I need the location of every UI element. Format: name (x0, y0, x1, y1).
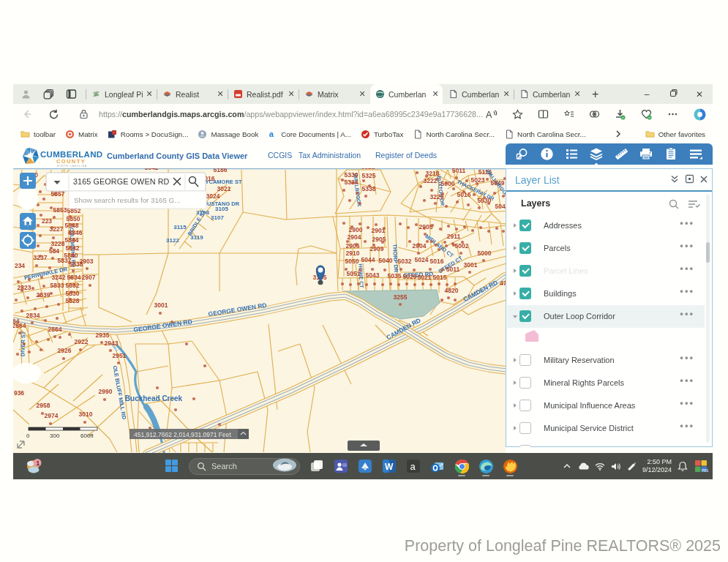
bookmark-item-1[interactable]: Matrix (65, 130, 98, 139)
widget-report-clipboard-icon[interactable] (664, 147, 678, 161)
outlook-icon[interactable] (430, 459, 445, 473)
panel-scrollbar-thumb[interactable] (706, 242, 710, 263)
widget-layers-icon[interactable] (589, 147, 604, 161)
tab-close-icon[interactable]: ✕ (503, 89, 510, 99)
url-text[interactable]: https://cumberlandgis.maps.arcgis.com/ap… (99, 110, 483, 119)
layer-checkbox[interactable] (519, 354, 531, 366)
layer-checkbox[interactable] (519, 265, 531, 277)
layer-row-municipal-service-district[interactable]: Municipal Service District••• (507, 417, 705, 440)
other-favorites-button[interactable]: Other favorites (645, 130, 705, 139)
layer-checkbox[interactable] (519, 220, 531, 231)
edge-icon[interactable] (479, 459, 493, 473)
attribute-table-tab[interactable] (348, 441, 380, 451)
taskview-copilot-icon[interactable] (309, 459, 324, 473)
read-aloud-icon[interactable]: A (485, 109, 498, 120)
browser-tab-matrix-3[interactable]: Matrix✕ (299, 84, 369, 104)
back-button[interactable] (22, 109, 32, 119)
tab-close-icon[interactable]: ✕ (432, 89, 439, 99)
pen-icon[interactable] (626, 462, 637, 471)
tab-close-icon[interactable]: ✕ (574, 89, 581, 99)
layer-row-military-reservation[interactable]: Military Reservation••• (507, 349, 705, 372)
search-input-value[interactable]: 3165 GEORGE OWEN RD (73, 177, 170, 186)
browser-tab-cumberlan-4[interactable]: Cumberlan✕ (370, 84, 443, 104)
layer-options-dots[interactable]: ••• (680, 308, 694, 319)
window-close-button[interactable]: ✕ (686, 89, 713, 100)
coordinates-widget[interactable]: 451,912.7662 2,014,931.0971 Feet (130, 429, 249, 439)
new-tab-button[interactable]: + (592, 88, 598, 101)
browser-tab-realist-pdf-2[interactable]: Realist.pdf✕ (228, 84, 299, 104)
expand-arrow-icon[interactable] (514, 403, 517, 408)
layer-row-parcels[interactable]: Parcels••• (507, 237, 705, 260)
widget-menu-icon[interactable] (688, 147, 703, 161)
notification-bell-icon[interactable] (678, 461, 688, 471)
tab-groups-icon[interactable] (43, 89, 54, 100)
layer-options-dots[interactable]: ••• (680, 420, 694, 431)
layer-row-municipal-influence-areas[interactable]: Municipal Influence Areas••• (507, 394, 705, 417)
widgets-weather-icon[interactable]: 1 (24, 457, 43, 476)
onedrive-cloud-icon[interactable] (577, 462, 589, 471)
browser-tab-longleaf-pi-0[interactable]: Longleaf Pi✕ (86, 84, 157, 104)
expand-arrow-icon[interactable] (514, 358, 517, 362)
bookmark-item-0[interactable]: toolbar (20, 130, 56, 139)
layers-search-icon[interactable] (668, 198, 680, 210)
tab-close-icon[interactable]: ✕ (217, 89, 224, 99)
layer-options-dots[interactable]: ••• (680, 285, 694, 296)
expand-arrow-icon[interactable] (514, 246, 517, 250)
layer-checkbox[interactable] (519, 310, 531, 322)
layer-options-dots[interactable]: ••• (680, 217, 694, 228)
site-security-icon[interactable] (79, 109, 89, 119)
locate-button[interactable] (20, 232, 36, 249)
store-app-icon[interactable] (358, 459, 372, 473)
word-icon[interactable]: W (382, 459, 397, 473)
expand-arrow-icon[interactable] (514, 381, 517, 385)
layer-options-dots[interactable]: ••• (680, 240, 694, 251)
layer-checkbox[interactable] (519, 288, 531, 299)
widget-identify-search-icon[interactable] (515, 147, 529, 161)
layer-row-outer-loop-corridor[interactable]: Outer Loop Corridor••• (507, 305, 705, 328)
sidebar-toggle-icon[interactable] (66, 89, 77, 100)
window-maximize-button[interactable] (660, 89, 686, 100)
chrome-icon[interactable] (454, 459, 469, 473)
start-button[interactable] (165, 459, 179, 473)
browser-tab-cumberlan-5[interactable]: Cumberlan✕ (443, 84, 514, 104)
prs-colors-icon[interactable]: PRS (694, 459, 708, 473)
layer-row-buildings[interactable]: Buildings••• (507, 282, 705, 305)
panel-scrollbar[interactable] (706, 194, 710, 443)
split-screen-icon[interactable] (538, 109, 549, 119)
layer-row-parcel-lines[interactable]: Parcel Lines••• (507, 260, 705, 282)
layer-options-dots[interactable]: ••• (680, 397, 694, 408)
browser-essentials-icon[interactable] (641, 109, 653, 120)
layer-checkbox[interactable] (519, 422, 531, 434)
home-button[interactable] (20, 213, 36, 230)
bookmark-item-2[interactable]: Rooms > DocuSign... (108, 130, 189, 139)
bookmark-item-6[interactable]: North Carolina Secr... (413, 130, 495, 139)
layers-filter-icon[interactable] (687, 198, 700, 210)
layer-checkbox[interactable] (519, 377, 531, 389)
panel-dock-icon[interactable] (685, 174, 694, 184)
taskbar-clock[interactable]: 2:50 PM9/12/2024 (642, 458, 672, 474)
collections-icon[interactable] (563, 109, 574, 119)
layer-options-dots[interactable]: ••• (680, 352, 694, 363)
speaker-icon[interactable] (611, 462, 620, 471)
zoom-in-button[interactable] (20, 173, 36, 189)
expand-arrow-icon[interactable] (514, 223, 517, 228)
widget-measure-pencil-icon[interactable] (615, 147, 628, 161)
header-link-tax-administration[interactable]: Tax Administration (299, 151, 361, 160)
tray-chevron-icon[interactable] (563, 462, 571, 470)
expand-arrow-icon[interactable] (514, 426, 517, 430)
zoom-out-button[interactable] (20, 190, 36, 207)
extensions-icon[interactable] (589, 109, 600, 119)
refresh-button[interactable] (48, 109, 59, 120)
tab-close-icon[interactable]: ✕ (146, 89, 153, 99)
layer-checkbox[interactable] (519, 242, 531, 254)
window-minimize-button[interactable]: – (634, 89, 660, 100)
settings-more-icon[interactable] (667, 109, 678, 119)
browser-profile-icon[interactable] (20, 89, 31, 100)
taskbar-search-pill[interactable]: Search (189, 458, 300, 475)
header-link-ccgis[interactable]: CCGIS (268, 151, 292, 160)
expand-arrow-icon[interactable] (514, 291, 517, 296)
widget-legend-list-icon[interactable] (565, 147, 579, 161)
downloads-icon[interactable] (615, 109, 626, 120)
bing-daily-image[interactable] (272, 458, 297, 475)
tab-close-icon[interactable]: ✕ (359, 89, 366, 99)
